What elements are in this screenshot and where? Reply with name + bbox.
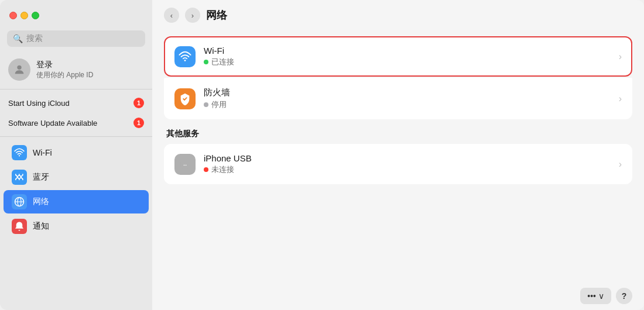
wifi-settings-row[interactable]: Wi-Fi 已连接 ›	[164, 36, 632, 77]
maximize-button[interactable]	[32, 12, 39, 19]
divider2	[0, 136, 152, 137]
sidebar-item-network[interactable]: 网络	[4, 190, 149, 213]
minimize-button[interactable]	[20, 12, 28, 19]
traffic-lights	[9, 12, 39, 19]
notify-label: 通知	[33, 221, 49, 232]
sidebar-item-wifi[interactable]: Wi-Fi	[4, 141, 149, 164]
firewall-chevron-icon: ›	[619, 94, 622, 104]
notify-icon	[12, 219, 27, 234]
wifi-row-content: Wi-Fi 已连接	[204, 46, 619, 67]
forward-button[interactable]: ›	[185, 8, 200, 23]
usb-chevron-icon: ›	[619, 159, 622, 170]
usb-status-dot	[204, 167, 208, 172]
firewall-settings-row[interactable]: 防火墙 停用 ›	[164, 78, 632, 119]
wifi-row-icon	[174, 46, 196, 67]
page-title: 网络	[206, 8, 227, 22]
user-name: 登录	[36, 60, 93, 70]
search-placeholder: 搜索	[26, 33, 43, 44]
search-icon: 🔍	[13, 34, 23, 43]
main-titlebar: ‹ › 网络	[152, 0, 644, 30]
wifi-status-dot	[204, 60, 208, 64]
wifi-chevron-icon: ›	[619, 51, 622, 62]
other-services-section-label: 其他服务	[164, 129, 632, 144]
icloud-notification[interactable]: Start Using iCloud 1	[0, 93, 152, 113]
back-button[interactable]: ‹	[164, 8, 179, 23]
update-badge: 1	[133, 118, 144, 128]
firewall-row-icon	[174, 88, 196, 109]
wifi-icon	[12, 145, 27, 160]
more-dots: •••	[587, 291, 596, 301]
wifi-status: 已连接	[204, 57, 619, 67]
avatar	[8, 58, 30, 81]
search-bar[interactable]: 🔍 搜索	[7, 30, 145, 47]
help-button[interactable]: ?	[616, 288, 632, 304]
user-info: 登录 使用你的 Apple ID	[36, 60, 93, 80]
divider	[0, 89, 152, 89]
firewall-status: 停用	[204, 99, 619, 110]
usb-row-content: iPhone USB 未连接	[204, 153, 619, 175]
svg-point-0	[17, 66, 21, 70]
svg-point-5	[184, 60, 186, 61]
network-icon	[12, 194, 27, 209]
wifi-status-text: 已连接	[211, 57, 234, 67]
content-area: Wi-Fi 已连接 › 防火墙 停用	[152, 30, 644, 282]
bottom-bar: ••• ∨ ?	[152, 282, 644, 310]
close-button[interactable]	[9, 12, 17, 19]
firewall-row-content: 防火墙 停用	[204, 87, 619, 110]
usb-status-text: 未连接	[211, 164, 234, 175]
update-notification[interactable]: Software Update Available 1	[0, 113, 152, 133]
bluetooth-icon: ⯵	[12, 170, 27, 185]
sidebar-item-bluetooth[interactable]: ⯵ 蓝牙	[4, 166, 149, 189]
more-button[interactable]: ••• ∨	[580, 288, 611, 304]
titlebar	[0, 0, 152, 30]
bluetooth-label: 蓝牙	[33, 172, 49, 182]
update-label: Software Update Available	[8, 119, 97, 128]
firewall-status-dot	[204, 102, 208, 107]
user-subtitle: 使用你的 Apple ID	[36, 70, 93, 80]
more-chevron-icon: ∨	[598, 291, 604, 301]
icloud-badge: 1	[133, 98, 144, 108]
usb-row-icon: ↔	[174, 154, 196, 175]
sidebar: 🔍 搜索 登录 使用你的 Apple ID Start Using iCloud…	[0, 0, 152, 310]
usb-row-title: iPhone USB	[204, 153, 619, 163]
icloud-label: Start Using iCloud	[8, 99, 70, 108]
user-profile[interactable]: 登录 使用你的 Apple ID	[0, 54, 152, 85]
usb-settings-row[interactable]: ↔ iPhone USB 未连接 ›	[164, 144, 632, 184]
svg-text:↔: ↔	[182, 161, 187, 167]
main-content: ‹ › 网络 Wi-Fi 已连接 ›	[152, 0, 644, 310]
usb-status: 未连接	[204, 164, 619, 175]
svg-point-1	[19, 155, 20, 156]
sidebar-item-notifications[interactable]: 通知	[4, 215, 149, 238]
wifi-label: Wi-Fi	[33, 148, 52, 157]
wifi-row-title: Wi-Fi	[204, 46, 619, 56]
firewall-row-title: 防火墙	[204, 87, 619, 98]
firewall-status-text: 停用	[211, 99, 227, 110]
network-label: 网络	[33, 197, 49, 207]
